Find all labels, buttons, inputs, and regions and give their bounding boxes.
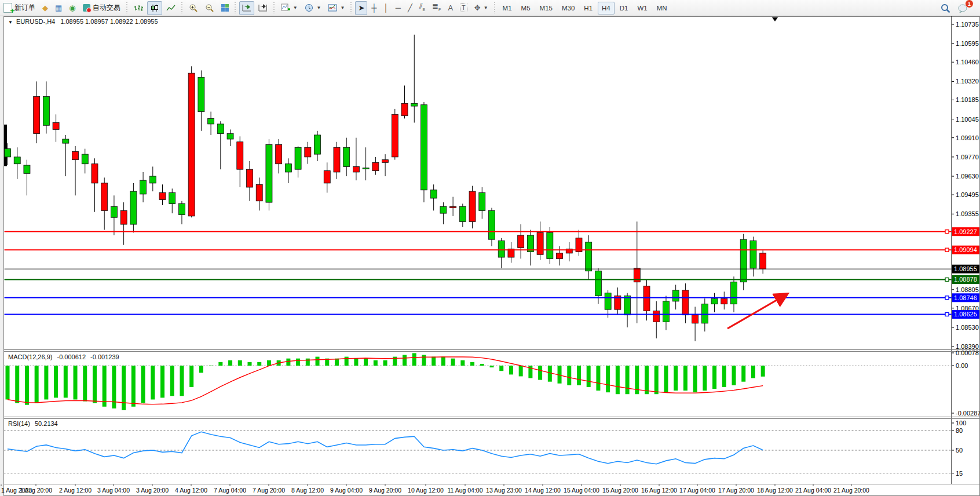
macd-histogram-bar: [316, 357, 320, 366]
window-menu-icon[interactable]: ▼: [8, 20, 13, 25]
candle-body: [547, 232, 553, 258]
candle-body: [324, 171, 330, 183]
macd-histogram-bar: [364, 359, 368, 366]
candle-body: [595, 271, 601, 296]
macd-histogram-bar: [44, 366, 48, 399]
candle-body: [731, 282, 737, 304]
rsi-value: 50.2134: [35, 420, 58, 427]
candle-body: [624, 296, 631, 315]
price-tick-label: 1.10735: [956, 21, 979, 28]
macd-histogram-bar: [460, 360, 465, 366]
macd-histogram-bar: [141, 366, 145, 403]
macd-histogram-bar: [480, 364, 484, 366]
candle-body: [498, 241, 504, 257]
price-tick-label: 1.10320: [956, 78, 979, 85]
candle-body: [353, 167, 359, 172]
macd-histogram-bar: [587, 366, 591, 387]
candle-body: [14, 157, 20, 164]
rsi-axis-label: 15: [956, 470, 963, 477]
macd-histogram-bar: [596, 366, 600, 391]
line-handle[interactable]: [945, 278, 949, 281]
candle-body: [159, 193, 166, 200]
macd-histogram-bar: [218, 362, 222, 366]
macd-histogram-bar: [383, 360, 387, 366]
macd-histogram-bar: [238, 360, 242, 366]
macd-histogram-bar: [499, 366, 503, 371]
macd-histogram-bar: [189, 366, 193, 387]
time-axis-label: 15 Aug 20:00: [602, 487, 638, 494]
price-tick-label: 1.09355: [956, 210, 979, 217]
candle-body: [750, 241, 756, 268]
candle-body: [169, 193, 175, 204]
macd-histogram-bar: [645, 366, 649, 394]
macd-histogram-bar: [519, 366, 523, 376]
candle-body: [305, 147, 311, 157]
candle-body: [430, 190, 437, 198]
macd-histogram-bar: [703, 366, 707, 391]
line-handle[interactable]: [945, 248, 949, 251]
candle-body: [401, 103, 408, 115]
macd-histogram-bar: [693, 366, 697, 392]
candle-body: [24, 165, 30, 173]
line-handle[interactable]: [945, 296, 949, 300]
time-axis-label: 17 Aug 20:00: [718, 487, 754, 494]
candle-body: [672, 290, 679, 301]
macd-histogram-bar: [209, 366, 213, 366]
macd-histogram-bar: [257, 362, 261, 366]
price-tick-label: 1.09770: [956, 154, 979, 161]
time-axis-label: 14 Aug 12:00: [525, 487, 561, 494]
candle-body: [382, 160, 389, 163]
candle-body: [518, 235, 524, 247]
time-axis-label: 9 Aug 20:00: [369, 487, 401, 494]
candle-body: [459, 206, 466, 221]
macd-histogram-bar: [654, 366, 659, 394]
time-axis-label: 18 Aug 12:00: [757, 487, 793, 494]
line-handle[interactable]: [945, 312, 949, 316]
time-axis-label: 9 Aug 04:00: [330, 487, 363, 494]
macd-histogram-bar: [683, 366, 688, 391]
line-handle[interactable]: [945, 230, 949, 234]
macd-main-value: -0.000612: [57, 353, 86, 360]
macd-histogram-bar: [432, 357, 436, 366]
time-axis-label: 13 Aug 23:00: [486, 487, 522, 494]
macd-histogram-bar: [131, 366, 136, 407]
candle-body: [140, 180, 147, 194]
macd-axis-label: 0.00: [956, 362, 968, 369]
rsi-indicator-label: RSI(14) 50.2134: [8, 420, 58, 427]
macd-histogram-bar: [470, 362, 474, 366]
candle-body: [101, 183, 108, 210]
price-tick-label: 1.09630: [956, 173, 979, 180]
candle-body: [315, 135, 321, 154]
rsi-axis-label: 80: [956, 427, 963, 434]
time-axis-label: 1 Aug 20:00: [20, 487, 52, 494]
time-axis-label: 11 Aug 04:00: [447, 487, 482, 494]
candle-body: [111, 206, 117, 217]
macd-histogram-bar: [180, 366, 184, 396]
candle-body: [653, 311, 660, 322]
time-axis-label: 17 Aug 04:00: [679, 487, 715, 494]
candle-body: [721, 298, 727, 304]
time-axis-label: 3 Aug 04:00: [97, 487, 130, 494]
candle-body: [72, 151, 79, 159]
macd-histogram-bar: [664, 366, 668, 392]
chart-ohlc-values: 1.08955 1.08957 1.08922 1.08955: [60, 18, 158, 25]
macd-histogram-bar: [441, 357, 445, 366]
macd-histogram-bar: [93, 366, 97, 403]
candle-body: [266, 145, 272, 203]
price-tick-label: 1.08805: [956, 286, 979, 293]
candle-body: [237, 142, 243, 169]
macd-histogram-bar: [538, 366, 542, 380]
candle-body: [334, 147, 340, 172]
candle-body: [63, 139, 69, 143]
macd-histogram-bar: [761, 366, 765, 377]
macd-histogram-bar: [722, 366, 726, 387]
candle-body: [34, 97, 40, 134]
macd-histogram-bar: [354, 359, 358, 366]
chart-symbol-period: EURUSD-,H4: [16, 18, 55, 25]
candle-body: [217, 124, 224, 134]
time-axis-label: 15 Aug 04:00: [564, 487, 599, 494]
candle-body: [682, 290, 689, 315]
chart-canvas[interactable]: 1.107351.105951.104601.103201.101851.100…: [0, 0, 980, 496]
macd-histogram-bar: [548, 366, 552, 382]
time-axis-label: 21 Aug 04:00: [795, 487, 831, 494]
